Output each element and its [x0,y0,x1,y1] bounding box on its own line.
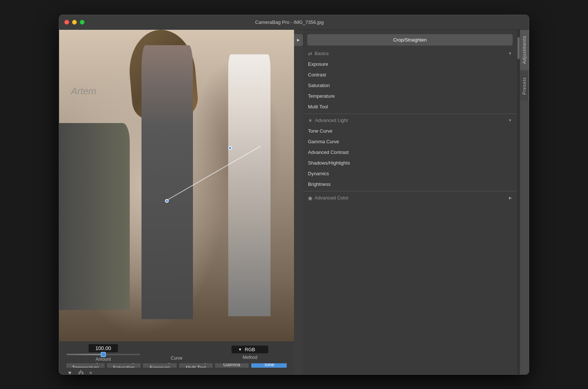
amount-group: 100.00 Amount [67,344,140,362]
bottom-controls: ▼ ⏻ × [59,368,294,374]
bottom-power-button[interactable]: ⏻ [78,369,84,374]
scrollbar-thumb[interactable] [517,37,520,59]
tab-gammacurve[interactable]: ✕ ✦ ⏻ GammaCurve [215,363,248,368]
amount-fill [67,354,103,355]
tab-multitool-close[interactable]: ✕ [193,363,196,364]
advanced-light-icon: ☀ [308,118,313,123]
panel-item-tonecurve[interactable]: Tone Curve [303,126,517,136]
tab-multitool-topbar: ✕ ✦ ⏻ [185,363,207,364]
presets-tab[interactable]: Presets [520,71,529,101]
advanced-color-chevron-icon: ▶ [509,196,512,200]
curve-group: Curve [140,345,214,361]
advanced-color-icon: ◉ [308,195,312,201]
person-right [228,54,270,316]
tab-saturation-power[interactable]: ⏻ [131,363,135,364]
crop-straighten-button[interactable]: Crop/Straighten [307,34,513,46]
method-label: Method [243,355,257,360]
tab-tonecurve[interactable]: ✕ ✦ ⏻ Tone Curve [251,363,287,368]
panel-item-brightness[interactable]: Brightness [303,179,517,190]
bottom-close-button[interactable]: × [89,369,93,374]
tab-exposure-settings[interactable]: ✦ [162,363,165,364]
tab-temperature-label: Temperature [72,365,99,368]
titlebar: CameraBag Pro - IMG_7356.jpg [59,15,529,30]
tab-saturation-close[interactable]: ✕ [121,363,124,364]
tab-tonecurve-label: Tone Curve [257,363,281,368]
advanced-light-header[interactable]: ☀ Advanced Light ▼ [303,115,517,126]
tab-temperature-power[interactable]: ⏻ [95,363,99,364]
tab-saturation-topbar: ✕ ✦ ⏻ [113,363,135,364]
crowd-left [59,123,130,310]
amount-value: 100.00 [89,344,118,352]
artem-watermark: Artem [71,86,96,97]
curve-point-1[interactable] [165,199,169,203]
tabs-section: ✕ ✦ ⏻ Temperature ✕ ✦ ⏻ Saturation [59,363,294,368]
panel-divider-2 [303,191,517,191]
panel-item-exposure[interactable]: Exposure [303,59,517,69]
amount-slider[interactable] [67,354,140,355]
panel-item-contrast[interactable]: Contrast [303,69,517,80]
advanced-color-label: Advanced Color [315,195,349,201]
tab-temperature-topbar: ✕ ✦ ⏻ [72,363,99,364]
method-group: ▼ RGB Method [213,346,287,360]
panel-item-saturation[interactable]: Saturation [303,80,517,91]
basics-chevron-icon: ▼ [508,51,512,55]
amount-thumb[interactable] [101,352,106,357]
expand-area: ▶ [294,30,303,374]
tab-temperature-close[interactable]: ✕ [85,363,88,364]
vertical-tabs: Adjustments Presets [520,30,529,374]
tab-temperature[interactable]: ✕ ✦ ⏻ Temperature [67,363,104,368]
tab-saturation-label: Saturation [113,365,135,368]
method-value: RGB [245,347,255,352]
slider-section: 100.00 Amount Curve [59,341,294,363]
advanced-light-chevron-icon: ▼ [508,118,512,122]
panel-item-advancedcontrast[interactable]: Advanced Contrast [303,147,517,158]
basics-icon: ⇄ [308,51,312,57]
tab-gammacurve-label: GammaCurve [221,363,243,368]
panel-item-shadowshighlights[interactable]: Shadows/Highlights [303,158,517,168]
person-main [141,45,193,319]
right-content: ▶ Crop/Straighten ⇄ Basics ▼ Exposure Co… [294,30,529,374]
tab-multitool[interactable]: ✕ ✦ ⏻ Multi Tool [179,363,212,368]
basics-section-header[interactable]: ⇄ Basics ▼ [303,48,517,59]
photo: Artem [59,30,294,341]
tab-exposure-label: Exposure [149,365,171,368]
panel-item-gammacurve[interactable]: Gamma Curve [303,136,517,147]
amount-label: Amount [96,357,111,362]
adjustments-tab[interactable]: Adjustments [520,30,529,70]
advanced-color-header[interactable]: ◉ Advanced Color ▶ [303,193,517,203]
tab-temperature-settings[interactable]: ✦ [90,363,93,364]
main-content: Artem 100.00 [59,30,529,374]
method-dropdown[interactable]: ▼ RGB [232,346,268,353]
tab-multitool-label: Multi Tool [185,365,207,368]
tab-multitool-power[interactable]: ⏻ [203,363,207,364]
scrollbar[interactable] [517,30,520,374]
tab-exposure-close[interactable]: ✕ [157,363,160,364]
tab-exposure-topbar: ✕ ✦ ⏻ [149,363,171,364]
left-panel: Artem 100.00 [59,30,294,374]
image-area: Artem [59,30,294,341]
expand-button[interactable]: ▶ [294,34,303,46]
curve-point-2[interactable] [228,146,232,150]
dropdown-arrow-icon: ▼ [238,347,242,352]
panel-item-dynamics[interactable]: Dynamics [303,168,517,179]
tab-exposure[interactable]: ✕ ✦ ⏻ Exposure [143,363,176,368]
tab-saturation-settings[interactable]: ✦ [126,363,129,364]
panel-divider-1 [303,114,517,114]
panel-item-multitool[interactable]: Multi Tool [303,101,517,112]
controls-bar: 100.00 Amount Curve [59,341,294,374]
panel-item-temperature[interactable]: Temperature [303,91,517,101]
tab-multitool-settings[interactable]: ✦ [198,363,201,364]
right-panel-main: Crop/Straighten ⇄ Basics ▼ Exposure Cont… [303,30,517,374]
app-window: CameraBag Pro - IMG_7356.jpg Artem [59,15,529,375]
curve-label: Curve [171,356,183,361]
bottom-arrow-button[interactable]: ▼ [67,369,73,374]
advanced-light-label: Advanced Light [315,118,348,123]
tab-exposure-power[interactable]: ⏻ [167,363,171,364]
tab-saturation[interactable]: ✕ ✦ ⏻ Saturation [107,363,140,368]
window-title: CameraBag Pro - IMG_7356.jpg [59,19,524,25]
basics-label: Basics [315,51,329,56]
